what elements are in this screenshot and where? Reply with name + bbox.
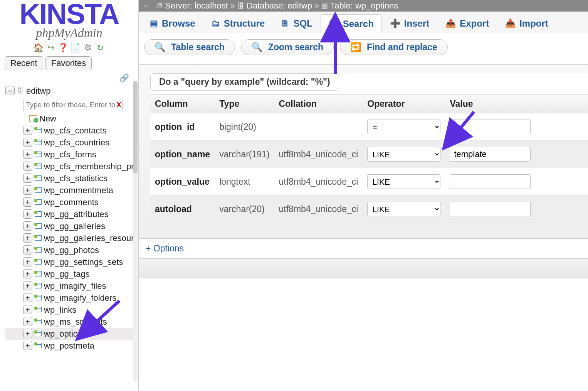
table-search-button[interactable]: 🔍 Table search [144, 39, 235, 55]
expand-icon[interactable]: + [23, 185, 32, 195]
database-icon: 🗄 [237, 2, 244, 10]
cell-type: bigint(20) [215, 113, 274, 141]
sidebar-table-wp-cfs-membership-prese[interactable]: +wp_cfs_membership_prese [5, 160, 136, 172]
back-icon[interactable]: ← [142, 1, 153, 11]
tab-browse[interactable]: ▤ Browse [142, 14, 203, 33]
gear-icon[interactable]: ⚙ [83, 43, 92, 52]
th-operator: Operator [363, 95, 445, 113]
table-icon [35, 211, 42, 217]
export-icon: 📤 [445, 19, 456, 29]
scrollbar-thumb[interactable] [133, 81, 138, 174]
value-input[interactable] [450, 147, 531, 162]
tab-export-label: Export [460, 18, 489, 29]
sidebar-table-wp-cfs-forms[interactable]: +wp_cfs_forms [5, 148, 136, 160]
structure-icon: 🗂 [212, 19, 220, 29]
sidebar-table-wp-gg-galleries[interactable]: +wp_gg_galleries [5, 220, 136, 232]
sidebar-table-wp-gg-settings-sets[interactable]: +wp_gg_settings_sets [5, 256, 136, 268]
new-table-link[interactable]: New [5, 113, 136, 125]
table-icon [35, 235, 42, 241]
sidebar-table-wp-options[interactable]: +wp_options [5, 328, 136, 340]
help-icon[interactable]: ❓ [59, 43, 68, 52]
find-replace-button[interactable]: 🔁 Find and replace [340, 39, 448, 55]
table-label: wp_cfs_countries [44, 137, 109, 148]
sidebar-table-wp-gg-attributes[interactable]: +wp_gg_attributes [5, 208, 136, 220]
value-input[interactable] [450, 174, 531, 189]
main: ← 🖥 Server: localhost » 🗄 Database: edit… [139, 0, 588, 391]
expand-icon[interactable]: + [23, 257, 32, 266]
expand-icon[interactable]: + [23, 174, 32, 183]
table-label: wp_imagify_files [44, 280, 106, 292]
sidebar-table-wp-links[interactable]: +wp_links [5, 304, 136, 316]
sidebar-scrollbar[interactable] [133, 81, 138, 382]
table-icon [35, 199, 42, 205]
expand-icon[interactable]: + [23, 150, 32, 159]
tab-insert[interactable]: ➕ Insert [382, 14, 437, 33]
bc-server-value[interactable]: localhost [195, 1, 228, 11]
expand-icon[interactable]: + [23, 329, 32, 338]
recent-tab[interactable]: Recent [5, 56, 43, 70]
operator-select[interactable]: LIKE [367, 202, 440, 216]
expand-icon[interactable]: + [23, 162, 32, 171]
expand-icon[interactable]: + [23, 138, 32, 147]
sidebar-table-wp-cfs-contacts[interactable]: +wp_cfs_contacts [5, 125, 136, 137]
expand-icon[interactable]: + [23, 341, 32, 350]
tab-search[interactable]: 🔍 Search [321, 14, 382, 33]
tab-search-label: Search [343, 19, 374, 29]
expand-icon[interactable]: + [23, 269, 32, 278]
expand-icon[interactable]: + [23, 221, 32, 231]
expand-icon[interactable]: + [23, 209, 32, 219]
breadcrumb: ← 🖥 Server: localhost » 🗄 Database: edit… [139, 0, 588, 12]
home-icon[interactable]: 🏠 [34, 43, 43, 52]
expand-icon[interactable]: + [23, 317, 32, 326]
expand-icon[interactable]: + [23, 126, 32, 135]
sidebar-table-wp-gg-photos[interactable]: +wp_gg_photos [5, 244, 136, 256]
favorites-tab[interactable]: Favorites [45, 56, 92, 70]
table-label: wp_commentmeta [44, 184, 113, 196]
value-input[interactable] [450, 202, 531, 216]
tab-export[interactable]: 📤 Export [437, 14, 497, 33]
expand-icon[interactable]: + [23, 281, 32, 290]
clear-filter-icon[interactable]: X [116, 101, 121, 109]
sidebar-table-wp-imagify-folders[interactable]: +wp_imagify_folders [5, 292, 136, 304]
tab-structure[interactable]: 🗂 Structure [203, 14, 273, 33]
link-icon[interactable]: 🔗 [0, 72, 138, 84]
reload-icon[interactable]: ↻ [96, 43, 105, 52]
bc-db-value[interactable]: editwp [287, 1, 312, 11]
sidebar-table-wp-commentmeta[interactable]: +wp_commentmeta [5, 184, 136, 196]
sidebar-table-wp-gg-galleries-resources[interactable]: +wp_gg_galleries_resources [5, 232, 136, 244]
insert-icon: ➕ [390, 19, 400, 29]
sidebar-table-wp-gg-tags[interactable]: +wp_gg_tags [5, 268, 136, 280]
sidebar-table-wp-cfs-statistics[interactable]: +wp_cfs_statistics [5, 172, 136, 184]
sidebar-table-wp-postmeta[interactable]: +wp_postmeta [5, 340, 136, 352]
cell-value [445, 196, 588, 223]
expand-icon[interactable]: + [23, 245, 32, 254]
sidebar-table-wp-comments[interactable]: +wp_comments [5, 196, 136, 208]
database-node[interactable]: – 🗄 editwp [5, 85, 136, 97]
options-toggle[interactable]: + Options [139, 239, 588, 258]
collapse-icon[interactable]: – [5, 86, 15, 95]
expand-icon[interactable]: + [23, 293, 32, 302]
sidebar-table-wp-cfs-countries[interactable]: +wp_cfs_countries [5, 137, 136, 148]
operator-select[interactable]: LIKE [367, 147, 440, 162]
bc-sep: » [314, 1, 319, 11]
expand-icon[interactable]: + [23, 233, 32, 243]
docs-icon[interactable]: 📄 [71, 43, 80, 52]
tab-sql[interactable]: 🗎 SQL [273, 14, 320, 33]
tab-structure-label: Structure [224, 18, 265, 29]
sidebar-table-wp-imagify-files[interactable]: +wp_imagify_files [5, 280, 136, 292]
tab-import[interactable]: 📥 Import [497, 14, 556, 33]
zoom-search-button[interactable]: 🔍 Zoom search [241, 39, 334, 55]
expand-icon[interactable]: + [23, 305, 32, 314]
value-input[interactable] [450, 120, 531, 134]
exit-icon[interactable]: ↪ [46, 43, 55, 52]
sidebar-table-wp-ms-snippets[interactable]: +wp_ms_snippets [5, 316, 136, 328]
table-icon [35, 223, 42, 229]
table-label: wp_cfs_contacts [44, 125, 107, 137]
expand-icon[interactable]: + [23, 197, 32, 207]
operator-select[interactable]: = [367, 120, 440, 134]
bc-table-value[interactable]: wp_options [355, 1, 398, 11]
table-filter-input[interactable] [23, 99, 123, 111]
cell-column: autoload [150, 196, 215, 223]
operator-select[interactable]: LIKE [367, 174, 440, 189]
table-icon [35, 259, 42, 265]
